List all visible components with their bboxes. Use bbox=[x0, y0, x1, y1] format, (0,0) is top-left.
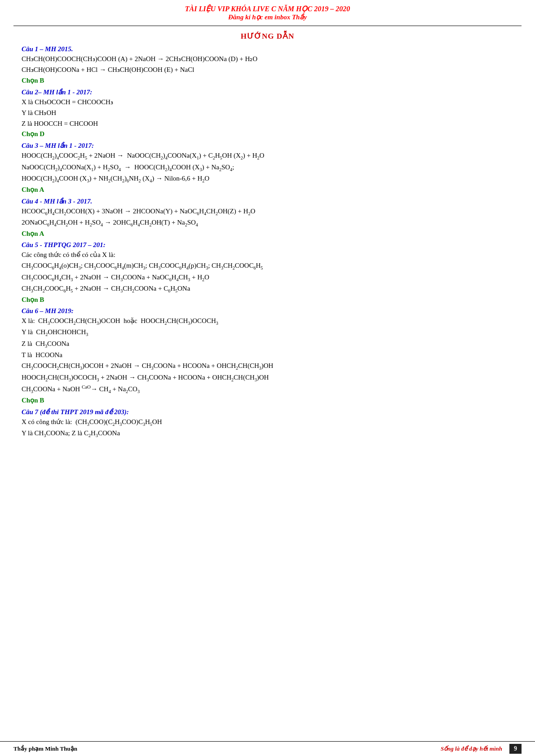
q6-z: Z là CH3COONa bbox=[22, 339, 513, 350]
footer: Thầy phạm Minh Thuận Sống là để dạy hết … bbox=[0, 741, 535, 756]
q4-line2: 2ONaOC6H4CH2OH + H2SO4 → 2OHC6H4CH2OH(T)… bbox=[22, 217, 513, 229]
q2-answer: Chọn D bbox=[22, 130, 513, 138]
q2-line3: Z là HOOCCH = CHCOOH bbox=[22, 119, 513, 129]
question-1-title: Câu 1 – MH 2015. bbox=[22, 45, 513, 53]
header-line1: TÀI LIỆU VIP KHÓA LIVE C NĂM HỌC 2019 – … bbox=[0, 4, 535, 13]
q6-eq3: CH3COONa + NaOH CaO→ CH4 + Na2CO3 bbox=[22, 384, 513, 395]
q1-line1: CH₃CH(OH)COOCH(CH₃)COOH (A) + 2NaOH → 2C… bbox=[22, 54, 513, 64]
q5-line2: CH3COOC6H4CH3 + 2NaOH → CH3COONa + NaOC6… bbox=[22, 272, 513, 283]
q6-eq1: CH3COOCH2CH(CH3)OCOH + 2NaOH → CH3COONa … bbox=[22, 361, 513, 372]
q1-line2: CH₃CH(OH)COONa + HCl → CH₃CH(OH)COOH (E)… bbox=[22, 65, 513, 75]
q7-line2: Y là CH3COONa; Z là C2H3COONa bbox=[22, 428, 513, 439]
footer-author: Thầy phạm Minh Thuận bbox=[13, 745, 77, 752]
footer-right: Sống là để dạy hết mình 9 bbox=[441, 744, 522, 754]
q4-answer: Chọn A bbox=[22, 230, 513, 238]
q5-line3: CH3CH2COOC6H5 + 2NaOH → CH3CH2COONa + C6… bbox=[22, 283, 513, 295]
q2-line1: X là CH₃OCOCH = CHCOOCH₃ bbox=[22, 97, 513, 107]
q3-line1: HOOC(CH2)4COOC2H5 + 2NaOH → NaOOC(CH2)4C… bbox=[22, 150, 513, 162]
q6-x: X là: CH3COOCH2CH(CH3)OCOH hoặc HOOCH2CH… bbox=[22, 316, 513, 327]
q5-line0: Các công thức có thể có của X là: bbox=[22, 250, 513, 260]
footer-slogan: Sống là để dạy hết mình bbox=[441, 745, 502, 752]
q3-line3: HOOC(CH2)4COOH (X3) + NH2(CH2)6NH2 (X4) … bbox=[22, 173, 513, 185]
footer-page-number: 9 bbox=[509, 744, 522, 754]
top-divider bbox=[13, 26, 522, 26]
q6-y: Y là CH2OHCHOHCH3 bbox=[22, 327, 513, 338]
section-title: HƯỚNG DẪN bbox=[22, 31, 513, 41]
q3-answer: Chọn A bbox=[22, 186, 513, 194]
q5-line1: CH3COOC6H4(o)CH3; CH3COOC6H4(m)CH3; CH3C… bbox=[22, 261, 513, 272]
header: TÀI LIỆU VIP KHÓA LIVE C NĂM HỌC 2019 – … bbox=[0, 0, 535, 24]
question-5-title: Câu 5 - THPTQG 2017 – 201: bbox=[22, 241, 513, 249]
question-6-title: Câu 6 – MH 2019: bbox=[22, 307, 513, 315]
header-line2: Đăng kí học em inbox Thầy bbox=[0, 13, 535, 21]
q7-line1: X có công thức là: (CH3COO)(C2H3COO)C3H5… bbox=[22, 417, 513, 428]
q6-t: T là HCOONa bbox=[22, 350, 513, 360]
page: TÀI LIỆU VIP KHÓA LIVE C NĂM HỌC 2019 – … bbox=[0, 0, 535, 756]
question-7-title: Câu 7 (đề thi THPT 2019 mã đề 203): bbox=[22, 408, 513, 416]
question-3-title: Câu 3 – MH lần 1 - 2017: bbox=[22, 141, 513, 150]
q6-eq2: HOOCH2CH(CH3)OCOCH3 + 2NaOH → CH3COONa +… bbox=[22, 372, 513, 384]
q2-line2: Y là CH₃OH bbox=[22, 108, 513, 118]
question-4-title: Câu 4 - MH lần 3 - 2017. bbox=[22, 197, 513, 205]
q3-line2: NaOOC(CH2)4COONa(X1) + H2SO4 → HOOC(CH2)… bbox=[22, 162, 513, 173]
q1-answer: Chọn B bbox=[22, 76, 513, 84]
main-content: HƯỚNG DẪN Câu 1 – MH 2015. CH₃CH(OH)COOC… bbox=[0, 28, 535, 467]
q5-answer: Chọn B bbox=[22, 296, 513, 304]
question-2-title: Câu 2– MH lần 1 - 2017: bbox=[22, 88, 513, 96]
q4-line1: HCOOC6H4CH2OCOH(X) + 3NaOH → 2HCOONa(Y) … bbox=[22, 206, 513, 217]
q6-answer: Chọn B bbox=[22, 396, 513, 404]
